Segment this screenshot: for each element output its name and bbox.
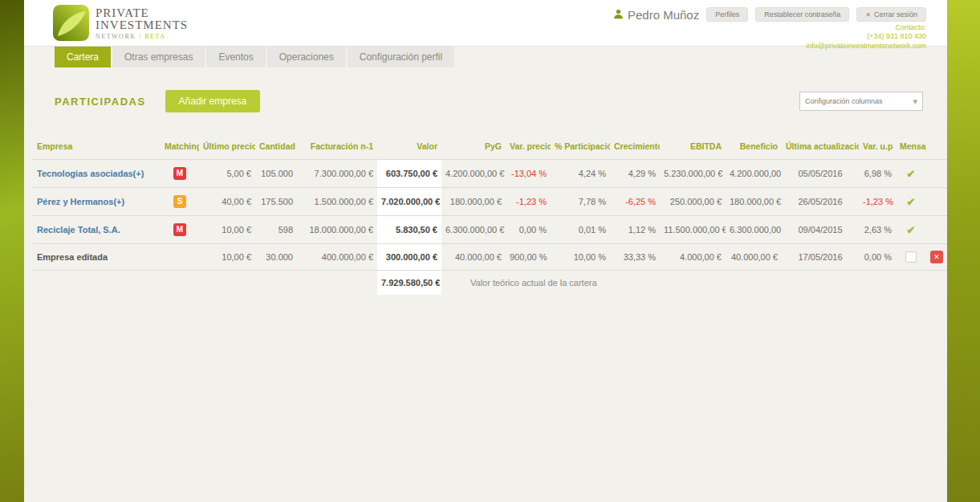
- column-header-Var. precio: Var. precio: [506, 137, 551, 160]
- left-edge-bar: [0, 0, 24, 502]
- matching-badge-m[interactable]: M: [173, 223, 186, 236]
- pyg-cell: 40.000,00 €: [441, 244, 506, 271]
- quantity-cell: 105.000: [255, 160, 297, 188]
- brand-line3: NETWORK / BETA: [96, 34, 188, 40]
- participation-cell: 7,78 %: [551, 188, 610, 216]
- revenue-cell: 1.500.000,00 €: [297, 188, 377, 216]
- var-up-cell: 6,98 %: [859, 160, 896, 188]
- pyg-cell: 6.300.000,00 €: [441, 216, 506, 244]
- price-var-cell: 0,00 %: [506, 216, 551, 244]
- pyg-cell: 180.000,00 €: [441, 188, 506, 216]
- value-cell: 5.830,50 €: [377, 216, 441, 244]
- column-header-Crecimiento: Crecimiento: [610, 137, 660, 160]
- brand-line2: INVESTMENTS: [96, 19, 188, 31]
- value-cell: 7.020.000,00 €: [377, 188, 441, 216]
- var-up-cell: -1,23 %: [859, 188, 896, 216]
- column-header-% Participación: % Participación: [551, 137, 610, 160]
- beta-label: / BETA: [139, 33, 165, 40]
- profit-cell: 4.200.000,00 €: [726, 160, 782, 188]
- revenue-cell: 7.300.000,00 €: [297, 160, 377, 188]
- tab-eventos[interactable]: Eventos: [206, 47, 265, 67]
- total-caption: Valor teórico actual de la cartera: [441, 271, 947, 296]
- add-company-button[interactable]: Añadir empresa: [165, 90, 261, 112]
- messages-check-icon[interactable]: ✔: [907, 224, 916, 236]
- contact-email[interactable]: info@privateinvestmentsnetwork.com: [806, 42, 926, 51]
- logout-button[interactable]: ✕ Cerrar sesión: [856, 7, 926, 22]
- var-up-cell: 2,63 %: [859, 216, 896, 244]
- messages-checkbox[interactable]: [905, 251, 917, 263]
- matching-cell: S: [161, 188, 199, 216]
- ebitda-cell: 11.500.000,00 €: [660, 216, 726, 244]
- matching-badge-s[interactable]: S: [173, 195, 186, 208]
- growth-cell: 1,12 %: [610, 216, 660, 244]
- actions-cell: ✕: [926, 244, 947, 271]
- revenue-cell: 18.000.000,00 €: [297, 216, 377, 244]
- value-cell: 300.000,00 €: [377, 244, 441, 271]
- table-row: Pérez y Hermanos(+)S40,00 €175.5001.500.…: [32, 188, 947, 216]
- price-var-cell: -13,04 %: [506, 160, 551, 188]
- tab-cartera[interactable]: Cartera: [55, 47, 111, 67]
- company-name-cell[interactable]: Reciclaje Total, S.A.: [32, 216, 161, 244]
- messages-check-icon[interactable]: ✔: [907, 168, 916, 180]
- company-name-cell[interactable]: Tecnologias asociadas(+): [32, 160, 161, 188]
- quantity-cell: 30.000: [255, 244, 297, 271]
- growth-cell: 33,33 %: [610, 244, 660, 271]
- tab-operaciones[interactable]: Operaciones: [267, 47, 346, 67]
- total-valor-cell: 7.929.580,50 €: [377, 271, 441, 296]
- contact-label: Contacto:: [806, 23, 926, 32]
- value-cell: 603.750,00 €: [377, 160, 441, 188]
- column-header-Última actualización: Última actualización: [782, 137, 859, 160]
- logo-leaf-icon: [53, 5, 89, 44]
- actions-cell: [926, 188, 947, 216]
- perfiles-button[interactable]: Perfiles: [706, 7, 748, 22]
- tab-otras-empresas[interactable]: Otras empresas: [112, 47, 205, 67]
- reset-password-button[interactable]: Restablecer contraseña: [755, 7, 849, 22]
- messages-cell: ✔: [896, 160, 926, 188]
- growth-cell: 4,29 %: [610, 160, 660, 188]
- user-name: Pedro Muñoz: [613, 8, 699, 22]
- column-header-Beneficio: Beneficio: [726, 137, 782, 160]
- messages-check-icon[interactable]: ✔: [907, 196, 916, 208]
- close-icon: ✕: [865, 11, 871, 18]
- last-price-cell: 10,00 €: [199, 216, 255, 244]
- tab-configuraci-n-perfil[interactable]: Configuración perfil: [348, 47, 454, 67]
- matching-badge-m[interactable]: M: [173, 167, 186, 180]
- table-footer: 7.929.580,50 € Valor teórico actual de l…: [32, 271, 947, 296]
- quantity-cell: 598: [255, 216, 297, 244]
- column-header-Empresa: Empresa: [32, 137, 161, 160]
- last-price-cell: 5,00 €: [199, 160, 255, 188]
- profit-cell: 6.300.000,00 €: [726, 216, 782, 244]
- columns-config-dropdown[interactable]: Configuración columnas ▾: [799, 92, 923, 111]
- last-price-cell: 10,00 €: [199, 244, 255, 271]
- last-update-cell: 17/05/2016: [782, 244, 859, 271]
- section-title: PARTICIPADAS: [55, 96, 146, 108]
- table-body: Tecnologias asociadas(+)M5,00 €105.0007.…: [32, 160, 947, 271]
- table-row: Empresa editada10,00 €30.000400.000,00 €…: [32, 244, 947, 271]
- toolbar: PARTICIPADAS Añadir empresa Configuració…: [55, 90, 923, 112]
- page-content: PRIVATE INVESTMENTS NETWORK / BETA Pedro…: [24, 0, 947, 502]
- var-up-cell: 0,00 %: [859, 244, 896, 271]
- pyg-cell: 4.200.000,00 €: [441, 160, 506, 188]
- column-header-Var. u.p: Var. u.p: [859, 137, 896, 160]
- table-row: Reciclaje Total, S.A.M10,00 €59818.000.0…: [32, 216, 947, 244]
- last-update-cell: 05/05/2016: [782, 160, 859, 188]
- user-icon: [613, 8, 624, 22]
- delete-row-button[interactable]: ✕: [930, 251, 943, 263]
- last-price-cell: 40,00 €: [199, 188, 255, 216]
- messages-cell: ✔: [896, 216, 926, 244]
- chevron-down-icon: ▾: [913, 96, 917, 107]
- ebitda-cell: 4.000,00 €: [660, 244, 726, 271]
- column-header-EBITDA: EBITDA: [660, 137, 726, 160]
- column-header-actions: [926, 137, 947, 160]
- last-update-cell: 26/05/2016: [782, 188, 859, 216]
- column-header-Cantidad: Cantidad: [255, 137, 297, 160]
- column-header-Mensajes: Mensajes: [896, 137, 926, 160]
- growth-cell: -6,25 %: [610, 188, 660, 216]
- participation-cell: 0,01 %: [551, 216, 610, 244]
- matching-cell: M: [161, 216, 199, 244]
- messages-cell: ✔: [896, 188, 926, 216]
- table-row: Tecnologias asociadas(+)M5,00 €105.0007.…: [32, 160, 947, 188]
- company-name-cell[interactable]: Pérez y Hermanos(+): [32, 188, 161, 216]
- brand-logo[interactable]: PRIVATE INVESTMENTS NETWORK / BETA: [53, 5, 188, 44]
- contact-block: Contacto: (+34) 931 810 430 info@private…: [806, 23, 926, 51]
